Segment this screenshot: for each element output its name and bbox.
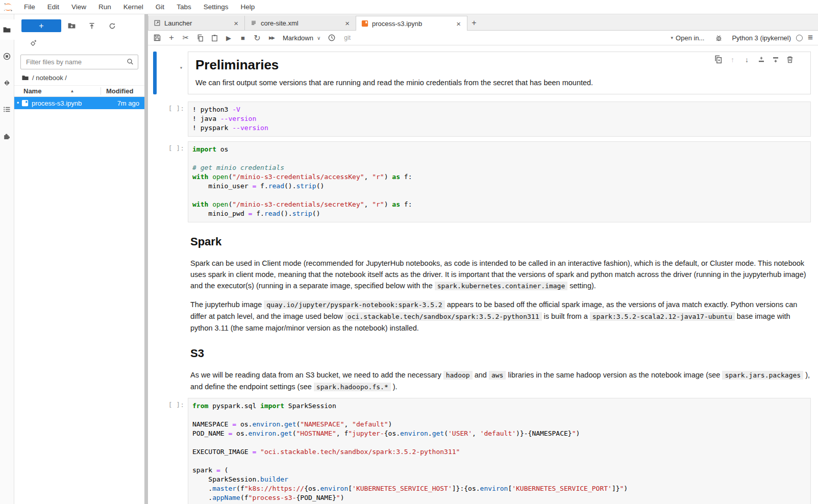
cell-collapser[interactable]: [153, 52, 157, 94]
markdown-paragraph: Spark can be used in Client mode (recomm…: [190, 258, 811, 292]
code-editor[interactable]: import os # get minio credentialswith op…: [188, 141, 811, 222]
jupyterlab-window: File Edit View Run Kernel Git Tabs Setti…: [0, 0, 818, 504]
file-list-header: Name ▲ Modified: [14, 85, 144, 97]
cell-body: Preliminaries We can first output some v…: [188, 52, 811, 94]
markdown-paragraph: We can first output some versions that a…: [195, 78, 803, 88]
notebook-icon: [21, 99, 29, 107]
cut-cells-button[interactable]: ✂: [179, 31, 193, 44]
menu-tabs[interactable]: Tabs: [170, 1, 197, 13]
open-in-dropdown[interactable]: ▾ Open in...: [671, 34, 705, 42]
file-modified: 7m ago: [113, 99, 144, 107]
cell-collapser[interactable]: [153, 227, 157, 336]
file-row-selected[interactable]: • process-s3.ipynb 7m ago: [14, 97, 144, 109]
close-icon[interactable]: ×: [233, 19, 239, 28]
file-browser-panel: +: [14, 14, 144, 504]
tab-label: core-site.xml: [261, 19, 340, 27]
kernel-status-icon: [796, 35, 803, 41]
tab-label: process-s3.ipynb: [372, 20, 452, 28]
menu-run[interactable]: Run: [92, 1, 117, 13]
sidebar-tab-filebrowser[interactable]: [0, 19, 14, 40]
copy-cells-button[interactable]: [193, 31, 207, 44]
folder-icon: [21, 74, 29, 82]
insert-above-icon: [757, 56, 765, 64]
tab-label: Launcher: [164, 19, 229, 27]
duplicate-cell-button[interactable]: [713, 55, 723, 64]
tab-core-site-xml[interactable]: core-site.xml ×: [245, 16, 356, 30]
sidebar-tab-git[interactable]: [0, 72, 14, 93]
delete-cell-button[interactable]: [785, 55, 795, 64]
notebook-content: ▾ Preliminaries We can first output some…: [148, 45, 818, 504]
panel-resize-handle[interactable]: [144, 14, 148, 504]
restart-run-all-button[interactable]: ▶▶: [264, 31, 279, 44]
section-heading-spark: Spark: [190, 234, 811, 249]
insert-cell-above-button[interactable]: [756, 55, 766, 64]
close-icon[interactable]: ×: [455, 19, 462, 28]
tab-process-s3-ipynb[interactable]: process-s3.ipynb ×: [356, 16, 467, 31]
main-dock-panel: Launcher × core-site.xml × process-s3.ip…: [148, 14, 818, 504]
menu-edit[interactable]: Edit: [41, 1, 65, 13]
debugger-button[interactable]: [711, 31, 726, 44]
sidebar-tab-toc[interactable]: [0, 99, 14, 119]
fast-forward-icon: ▶▶: [269, 35, 274, 40]
move-cell-up-button[interactable]: ↑: [728, 55, 737, 64]
menu-view[interactable]: View: [65, 1, 92, 13]
cell-body: ! python3 -V! java --version! pyspark --…: [188, 102, 811, 137]
cell-body: S3 As we will be reading data from an S3…: [188, 339, 811, 395]
column-header-name[interactable]: Name ▲: [14, 87, 101, 95]
insert-cell-below-button[interactable]: [771, 55, 780, 64]
menu-help[interactable]: Help: [234, 1, 261, 13]
paste-cells-button[interactable]: [207, 31, 221, 44]
sidebar-tab-extensions[interactable]: [0, 125, 14, 146]
git-clone-button[interactable]: [30, 39, 37, 47]
cell-type-value: Markdown: [283, 34, 313, 42]
cell-collapser[interactable]: [153, 339, 157, 395]
menubar: File Edit View Run Kernel Git Tabs Setti…: [0, 0, 818, 14]
menu-git[interactable]: Git: [150, 1, 170, 13]
execution-time-button[interactable]: [325, 31, 339, 44]
add-tab-button[interactable]: +: [467, 16, 481, 30]
restart-kernel-button[interactable]: ↻: [250, 31, 264, 44]
search-icon: [126, 58, 134, 66]
notebook-icon: [361, 20, 368, 27]
close-icon[interactable]: ×: [344, 19, 351, 28]
upload-button[interactable]: [82, 19, 102, 32]
new-launcher-button[interactable]: +: [21, 19, 61, 32]
code-editor[interactable]: ! python3 -V! java --version! pyspark --…: [188, 102, 811, 137]
hamburger-menu-icon[interactable]: ≡: [808, 33, 813, 43]
puzzle-icon: [3, 132, 11, 140]
breadcrumb[interactable]: / notebook /: [14, 69, 144, 85]
menu-kernel[interactable]: Kernel: [117, 1, 150, 13]
trash-icon: [786, 56, 794, 64]
kernel-name-button[interactable]: Python 3 (ipykernel): [732, 34, 791, 42]
scissors-icon: ✂: [183, 33, 189, 42]
breadcrumb-path[interactable]: / notebook /: [32, 74, 67, 82]
launcher-icon: [154, 19, 161, 27]
insert-cell-button[interactable]: +: [164, 31, 179, 44]
cell-collapser[interactable]: [153, 398, 157, 504]
menu-file[interactable]: File: [18, 1, 41, 13]
markdown-rendered: Spark Spark can be used in Client mode (…: [188, 234, 811, 334]
refresh-button[interactable]: [102, 19, 122, 32]
interrupt-kernel-button[interactable]: ■: [236, 31, 250, 44]
save-button[interactable]: [150, 31, 164, 44]
git-status-label: git: [344, 34, 351, 41]
cell-prompt: [157, 339, 188, 395]
run-button[interactable]: ▶: [221, 31, 236, 44]
duplicate-icon: [714, 55, 723, 64]
cell-type-dropdown[interactable]: Markdown ∨: [283, 34, 320, 42]
new-folder-button[interactable]: [61, 19, 82, 32]
column-header-modified[interactable]: Modified: [101, 87, 144, 95]
file-filter-input[interactable]: [20, 55, 138, 69]
cell-prompt: [ ]:: [157, 141, 188, 222]
cell-collapser[interactable]: [153, 141, 157, 222]
cell-collapser[interactable]: [153, 102, 157, 137]
move-cell-down-button[interactable]: ↓: [742, 55, 752, 64]
heading-collapse-caret-icon[interactable]: ▾: [180, 65, 183, 70]
file-filter: [20, 55, 138, 69]
tab-launcher[interactable]: Launcher ×: [148, 16, 245, 30]
arrow-down-icon: ↓: [745, 56, 749, 64]
cell-prompt: [ ]:: [157, 102, 188, 137]
menu-settings[interactable]: Settings: [197, 1, 235, 13]
code-editor[interactable]: from pyspark.sql import SparkSession NAM…: [188, 398, 811, 504]
sidebar-tab-running-kernels[interactable]: [0, 46, 14, 66]
